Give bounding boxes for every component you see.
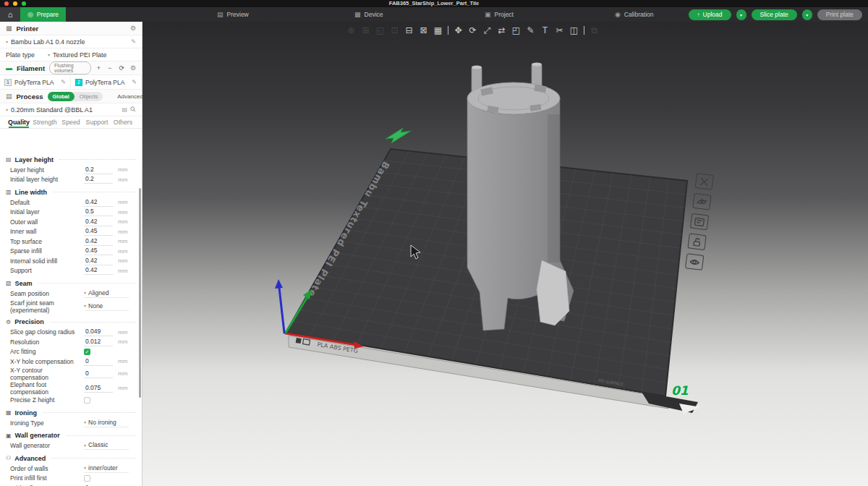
plate-type-select[interactable]: Textured PEI Plate bbox=[53, 51, 107, 59]
param-row: Support0.42mm bbox=[6, 266, 136, 276]
param-label: Order of walls bbox=[10, 465, 84, 472]
project-icon: ▣ bbox=[485, 11, 491, 18]
3d-viewport[interactable]: ⊕⊞◱⊡⊟⊠▦✥⟳⤢⇄◰✎T✂◫⧉ PLA ABS PETG PEI SURFA… bbox=[142, 22, 868, 486]
edit-printer-icon[interactable]: ✎ bbox=[131, 38, 136, 45]
param-input[interactable]: 0.049 bbox=[84, 328, 113, 336]
param-label: Initial layer height bbox=[10, 176, 84, 183]
param-row: Top surface0.42mm bbox=[6, 236, 136, 247]
plate-arrow-icon bbox=[697, 197, 707, 207]
process-tabs: QualityStrengthSpeedSupportOthers bbox=[0, 116, 142, 129]
param-input[interactable]: 0.2 bbox=[84, 166, 113, 174]
param-input[interactable]: 0.5 bbox=[84, 208, 113, 216]
scope-global[interactable]: Global bbox=[48, 92, 75, 101]
param-input[interactable]: 0.012 bbox=[84, 338, 113, 346]
param-select[interactable]: ▾None bbox=[84, 302, 129, 311]
filament-slot-2[interactable]: 2 PolyTerra PLA ✎ bbox=[71, 75, 142, 89]
param-input[interactable]: 0 bbox=[84, 370, 113, 378]
edit-filament-icon[interactable]: ✎ bbox=[132, 79, 137, 85]
section-header: ▥Line width bbox=[6, 187, 136, 197]
delete-plate-button[interactable] bbox=[695, 173, 714, 190]
search-icon[interactable] bbox=[130, 106, 136, 114]
process-tab-others[interactable]: Others bbox=[110, 116, 136, 128]
save-preset-icon[interactable]: ▤ bbox=[122, 106, 127, 113]
device-icon: ▩ bbox=[354, 11, 361, 18]
edit-filament-icon[interactable]: ✎ bbox=[61, 79, 66, 85]
scope-objects[interactable]: Objects bbox=[75, 93, 103, 100]
param-row: Default0.42mm bbox=[6, 197, 136, 208]
plate-number-label[interactable]: 01 bbox=[671, 383, 689, 398]
upload-button[interactable]: ↑ Upload bbox=[689, 9, 731, 20]
plate-settings-button[interactable] bbox=[690, 213, 709, 231]
tab-device[interactable]: ▩ Device bbox=[347, 7, 391, 22]
param-checkbox[interactable] bbox=[84, 397, 90, 404]
process-scope-toggle[interactable]: Global Objects bbox=[48, 92, 103, 101]
model-starship-lower-part[interactable] bbox=[467, 63, 574, 331]
home-button[interactable]: ⌂ bbox=[0, 7, 20, 22]
printer-preset-select[interactable]: ▾ Bambu Lab A1 0.4 nozzle ✎ bbox=[0, 35, 142, 48]
arrange-plate-button[interactable] bbox=[692, 193, 711, 210]
scene-canvas: PLA ABS PETG PEI SURFACE Bambu Textured … bbox=[142, 22, 868, 486]
param-select[interactable]: ▾Classic bbox=[84, 441, 129, 450]
param-label: Initial layer bbox=[10, 208, 84, 216]
param-row: Initial layer height0.2mm bbox=[6, 175, 136, 185]
sync-filament-icon[interactable]: ⟳ bbox=[117, 64, 126, 72]
chevron-down-icon: ▾ bbox=[6, 107, 8, 112]
process-tab-quality[interactable]: Quality bbox=[6, 116, 32, 128]
param-checkbox[interactable]: ✓ bbox=[84, 349, 90, 355]
main-tabbar: ⌂ ◎ Prepare ▤ Preview ▩ Device ▣ Project… bbox=[0, 7, 868, 22]
section-icon: ▦ bbox=[6, 409, 12, 416]
tab-prepare[interactable]: ◎ Prepare bbox=[20, 7, 66, 22]
tab-preview[interactable]: ▤ Preview bbox=[210, 7, 256, 22]
sidebar-scrollbar[interactable] bbox=[139, 188, 141, 398]
slice-options-button[interactable]: ▾ bbox=[736, 9, 746, 20]
param-input[interactable]: 0.42 bbox=[84, 237, 113, 246]
param-input[interactable]: 0.45 bbox=[84, 227, 113, 236]
param-label: Top surface bbox=[10, 238, 84, 245]
chevron-down-icon: ▾ bbox=[6, 39, 8, 44]
param-select[interactable]: ▾Aligned bbox=[84, 289, 129, 298]
filament-settings-gear-icon[interactable]: ⚙ bbox=[130, 64, 136, 72]
param-row: Resolution0.012mm bbox=[6, 337, 136, 347]
param-input[interactable]: 0 bbox=[84, 357, 113, 366]
param-checkbox[interactable] bbox=[84, 475, 90, 482]
param-row: Sparse infill0.45mm bbox=[6, 247, 136, 257]
process-preset-select[interactable]: ▾ 0.20mm Standard @BBL A1 ▤ bbox=[0, 103, 142, 116]
lock-open-icon bbox=[692, 237, 702, 247]
param-input[interactable]: 0.42 bbox=[84, 198, 113, 207]
param-input[interactable]: 0.075 bbox=[84, 384, 113, 393]
param-select[interactable]: ▾No ironing bbox=[84, 419, 129, 427]
process-section-header: ▤ Process Global Objects Advanced ▤ bbox=[0, 90, 142, 103]
chevron-down-icon: ▾ bbox=[84, 419, 86, 425]
filament-slot-1[interactable]: 1 PolyTerra PLA ✎ bbox=[0, 75, 71, 89]
process-tab-strength[interactable]: Strength bbox=[32, 116, 58, 128]
param-input[interactable]: 0.42 bbox=[84, 266, 113, 275]
process-tab-speed[interactable]: Speed bbox=[58, 116, 84, 128]
plate-front-arrow-icon bbox=[386, 128, 411, 143]
chevron-down-icon: ▾ bbox=[84, 443, 86, 448]
param-label: X-Y hole compensation bbox=[10, 358, 84, 365]
lock-plate-button[interactable] bbox=[687, 233, 706, 250]
param-row: Wall generator▾Classic bbox=[6, 441, 136, 451]
param-input[interactable]: 0.2 bbox=[84, 175, 113, 184]
param-row: Slice gap closing radius0.049mm bbox=[6, 328, 136, 338]
chevron-down-icon: ▾ bbox=[806, 12, 808, 17]
chevron-down-icon: ▾ bbox=[740, 12, 742, 17]
add-filament-button[interactable]: + bbox=[95, 64, 102, 72]
section-header: ▣Wall generator bbox=[6, 430, 136, 441]
param-label: Slice gap closing radius bbox=[10, 328, 84, 336]
slice-plate-button[interactable]: Slice plate bbox=[752, 9, 797, 20]
param-row: X-Y contour compensation0mm bbox=[6, 367, 136, 381]
tab-project[interactable]: ▣ Project bbox=[477, 7, 521, 22]
flushing-volumes-button[interactable]: Flushing volumes bbox=[49, 61, 91, 74]
bambu-studio-window: FAB365_StarShip_Lower_Part_Tile ⌂ ◎ Prep… bbox=[0, 0, 868, 486]
param-input[interactable]: 0.45 bbox=[84, 247, 113, 255]
param-input[interactable]: 0.42 bbox=[84, 218, 113, 226]
plate-visibility-button[interactable] bbox=[685, 253, 704, 270]
print-options-button[interactable]: ▾ bbox=[802, 9, 812, 20]
tab-calibration[interactable]: ◉ Calibration bbox=[608, 7, 661, 22]
param-input[interactable]: 0.42 bbox=[84, 257, 113, 265]
process-tab-support[interactable]: Support bbox=[84, 116, 110, 128]
printer-settings-gear-icon[interactable]: ⚙ bbox=[130, 25, 136, 32]
param-select[interactable]: ▾inner/outer bbox=[84, 464, 129, 473]
remove-filament-button[interactable]: − bbox=[106, 64, 113, 72]
